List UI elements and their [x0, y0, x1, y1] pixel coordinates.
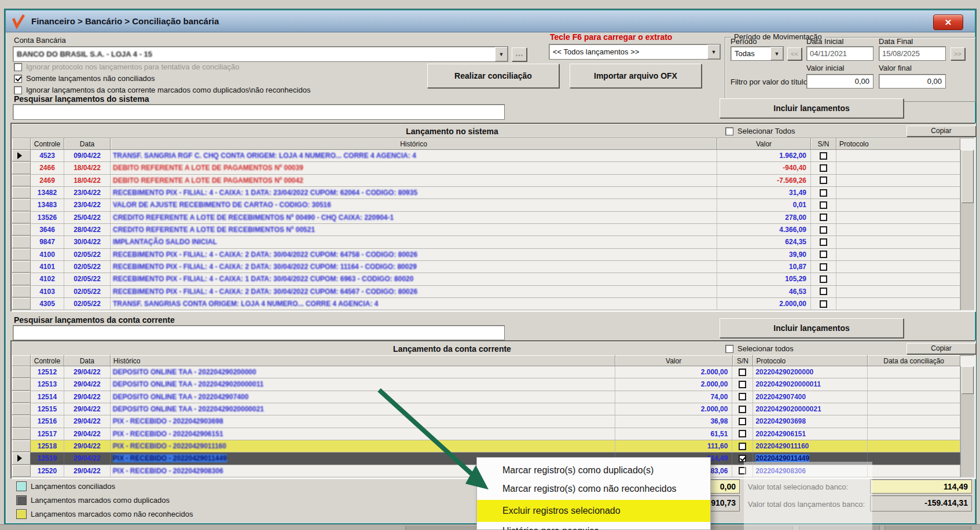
col-controle[interactable]: Controle	[31, 138, 64, 150]
table-row[interactable]: 4102 02/05/22 RECEBIMENTO PIX - FILIAL: …	[12, 273, 960, 285]
cell-sn[interactable]	[732, 440, 753, 452]
checkbox-icon[interactable]	[739, 406, 746, 413]
checkbox-ignorar-protocolo[interactable]: Ignorar protocolo nos lançamentos para t…	[14, 62, 240, 71]
table-row[interactable]: 2466 18/04/22 DEBITO REFERENTE A LOTE DE…	[12, 162, 960, 174]
realizar-conciliacao-button[interactable]: Realizar conciliação	[427, 64, 559, 88]
valor-inicial-field[interactable]: 0,00	[806, 74, 873, 89]
cell-sn[interactable]	[811, 199, 836, 211]
row-selector[interactable]	[12, 199, 31, 211]
checkbox-icon[interactable]	[820, 288, 827, 295]
checkbox-icon[interactable]	[820, 152, 827, 160]
row-selector[interactable]	[12, 452, 31, 464]
title-bar[interactable]: Financeiro > Bancário > Conciliação banc…	[6, 10, 975, 32]
row-selector[interactable]	[12, 150, 31, 161]
col-data[interactable]: Data	[64, 355, 111, 366]
cell-sn[interactable]	[811, 249, 836, 260]
cell-sn[interactable]	[732, 428, 753, 440]
table-row[interactable]: 4100 02/05/22 RECEBIMENTO PIX - FILIAL: …	[12, 249, 960, 261]
valor-final-field[interactable]: 0,00	[879, 74, 946, 89]
checkbox-checked-icon[interactable]	[14, 75, 22, 83]
table-row[interactable]: 12516 29/04/22 PIX - RECEBIDO - 20220429…	[12, 415, 960, 428]
close-button[interactable]: ✕	[933, 14, 963, 30]
cell-sn[interactable]	[811, 212, 836, 223]
col-protocolo[interactable]: Protocolo	[836, 138, 960, 150]
table-row[interactable]: 12517 29/04/22 PIX - RECEBIDO - 20220429…	[12, 428, 960, 440]
table-row[interactable]: 12513 29/04/22 DEPOSITO ONLINE TAA - 202…	[12, 378, 960, 391]
checkbox-icon[interactable]	[725, 127, 733, 135]
cell-sn[interactable]	[811, 187, 836, 198]
table-row[interactable]: 12514 29/04/22 DEPOSITO ONLINE TAA - 202…	[12, 391, 960, 403]
importar-ofx-button[interactable]: Importar arquivo OFX	[570, 64, 702, 88]
copy-account-button[interactable]: Copiar	[906, 343, 976, 354]
table-row[interactable]: 4101 02/05/22 RECEBIMENTO PIX - FILIAL: …	[12, 261, 960, 273]
search-account-input[interactable]	[13, 325, 505, 340]
table-row[interactable]: 13482 23/04/22 RECEBIMENTO PIX - FILIAL:…	[12, 187, 960, 199]
conta-bancaria-combo[interactable]: BANCO DO BRASIL S.A. - LOJA 4 - 15 ▼	[13, 46, 508, 62]
cell-sn[interactable]	[732, 366, 753, 378]
checkbox-icon[interactable]	[820, 201, 827, 209]
checkbox-icon[interactable]	[820, 189, 827, 197]
cell-sn[interactable]	[732, 391, 753, 403]
scrollbar-thumb[interactable]	[961, 150, 974, 203]
table-row[interactable]: 13526 25/04/22 CREDITO REFERENTE A LOTE …	[12, 212, 960, 224]
checkbox-icon[interactable]	[739, 393, 746, 400]
cell-sn[interactable]	[732, 415, 753, 427]
table-row[interactable]: 4305 02/05/22 TRANSF. SANGRIAS CONTA ORI…	[12, 298, 960, 310]
col-data-conciliacao[interactable]: Data da conciliação	[868, 355, 960, 366]
cell-sn[interactable]	[811, 150, 836, 161]
col-sn[interactable]: S/N	[733, 355, 754, 366]
row-selector[interactable]	[12, 465, 31, 477]
periodo-next-button[interactable]: >>	[950, 47, 965, 60]
extrato-filter-combo[interactable]: << Todos lançamentos >> ▼	[549, 44, 721, 60]
chevron-down-icon[interactable]: ▼	[707, 45, 720, 59]
row-selector[interactable]	[12, 366, 31, 378]
checkbox-ignorar-duplicados[interactable]: Ignorar lançamentos da conta corrente ma…	[14, 86, 310, 94]
cell-sn[interactable]	[811, 224, 836, 235]
table-row[interactable]: 4523 09/04/22 TRANSF. SANGRIA RGF C. CHQ…	[12, 150, 960, 162]
incluir-lancamentos-sistema-button[interactable]: Incluir lançamentos	[720, 98, 904, 118]
chevron-down-icon[interactable]: ▼	[495, 47, 508, 61]
row-selector[interactable]	[12, 224, 31, 235]
checkbox-icon[interactable]	[820, 275, 827, 283]
row-selector[interactable]	[12, 298, 31, 310]
select-all-system[interactable]: Selecionar Todos	[725, 127, 795, 135]
col-valor[interactable]: Valor	[717, 138, 811, 150]
browse-button[interactable]: ...	[512, 47, 527, 61]
table-row[interactable]: 9847 30/04/22 IMPLANTAÇÃO SALDO INICIAL …	[12, 236, 960, 248]
periodo-prev-button[interactable]: <<	[787, 47, 802, 60]
select-all-account[interactable]: Selecionar todos	[725, 344, 794, 353]
system-table-scrollbar[interactable]	[960, 150, 974, 310]
cell-sn[interactable]	[811, 273, 836, 285]
col-valor[interactable]: Valor	[615, 355, 733, 366]
row-selector[interactable]	[12, 187, 31, 198]
checkbox-somente-nao-conciliados[interactable]: Somente lançamentos não conciliados	[14, 74, 155, 83]
periodo-combo[interactable]: Todas ▼	[731, 46, 784, 61]
col-historico[interactable]: Histórico	[111, 138, 717, 150]
menu-item-historico-pesquisa[interactable]: Histórico para pesquisa	[477, 522, 710, 530]
cell-sn[interactable]	[811, 261, 836, 273]
row-selector[interactable]	[12, 236, 31, 248]
scrollbar-thumb[interactable]	[961, 366, 974, 394]
row-selector[interactable]	[12, 249, 31, 260]
cell-sn[interactable]	[811, 286, 836, 297]
table-row[interactable]: 2469 18/04/22 DEBITO REFERENTE A LOTE DE…	[12, 175, 960, 187]
row-selector[interactable]	[12, 378, 31, 390]
row-selector[interactable]	[12, 286, 31, 297]
table-row-highlighted-yellow[interactable]: 12518 29/04/22 PIX - RECEBIDO - 20220429…	[12, 440, 960, 452]
col-historico[interactable]: Histórico	[111, 355, 615, 366]
checkbox-icon[interactable]	[820, 176, 827, 184]
cell-sn[interactable]	[811, 162, 836, 174]
checkbox-icon[interactable]	[739, 443, 746, 450]
table-row[interactable]: 13483 23/04/22 VALOR DE AJUSTE RECEBIMEN…	[12, 199, 960, 211]
account-table-scrollbar[interactable]	[960, 366, 974, 477]
row-selector[interactable]	[12, 261, 31, 273]
cell-sn[interactable]	[732, 403, 753, 415]
row-selector[interactable]	[12, 391, 31, 403]
checkbox-icon[interactable]	[725, 345, 733, 353]
incluir-lancamentos-conta-button[interactable]: Incluir lançamentos	[720, 318, 904, 338]
row-selector[interactable]	[12, 162, 31, 174]
checkbox-icon[interactable]	[820, 263, 827, 271]
data-inicial-field[interactable]: 04/11/2021	[806, 46, 873, 61]
data-final-field[interactable]: 15/08/2025	[879, 46, 946, 61]
checkbox-icon[interactable]	[739, 369, 746, 376]
